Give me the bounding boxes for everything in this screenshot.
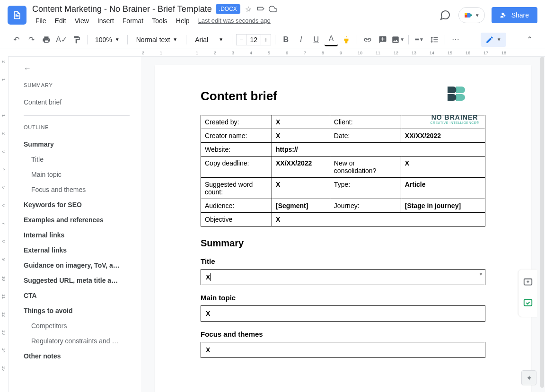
table-cell[interactable]: Journey: bbox=[330, 199, 401, 213]
outline-item[interactable]: Guidance on imagery, ToV, a… bbox=[24, 258, 130, 273]
underline-icon[interactable]: U bbox=[309, 33, 323, 46]
menu-file[interactable]: File bbox=[32, 15, 50, 26]
editing-mode[interactable]: ▼ bbox=[481, 33, 506, 47]
table-cell[interactable]: Suggested word count: bbox=[201, 178, 272, 199]
add-comment-icon[interactable] bbox=[376, 33, 389, 46]
align-icon[interactable]: ≡ ▼ bbox=[413, 33, 426, 46]
chevron-down-icon: ▼ bbox=[475, 13, 480, 18]
header: Content Marketing - No Brainer - Brief T… bbox=[0, 0, 545, 30]
table-cell[interactable]: X bbox=[401, 157, 485, 178]
meet-button[interactable]: ▼ bbox=[458, 7, 485, 23]
outline-item[interactable]: Suggested URL, meta title a… bbox=[24, 273, 130, 288]
bold-icon[interactable]: B bbox=[279, 33, 292, 46]
table-cell[interactable]: Client: bbox=[330, 115, 401, 129]
summary-item[interactable]: Content brief bbox=[24, 95, 130, 110]
suggest-edit-icon[interactable] bbox=[519, 294, 537, 313]
hide-menus-icon[interactable]: ⌃ bbox=[524, 34, 536, 45]
table-cell[interactable]: XX/XX/2022 bbox=[272, 157, 330, 178]
document-title[interactable]: Content Marketing - No Brainer - Brief T… bbox=[32, 4, 212, 14]
outline-item[interactable]: Title bbox=[24, 152, 130, 167]
image-icon[interactable]: ▼ bbox=[391, 33, 404, 46]
font-size-decrease[interactable]: − bbox=[236, 34, 246, 45]
table-cell[interactable]: X bbox=[272, 129, 330, 143]
outline-item[interactable]: Main topic bbox=[24, 167, 130, 182]
horizontal-ruler[interactable]: 21123456789101112131415161718 bbox=[0, 49, 545, 57]
outline-item[interactable]: CTA bbox=[24, 288, 130, 303]
outline-item[interactable]: Internal links bbox=[24, 227, 130, 243]
scrollbar[interactable] bbox=[540, 57, 544, 388]
menu-edit[interactable]: Edit bbox=[52, 15, 70, 26]
table-cell[interactable]: Date: bbox=[330, 129, 401, 143]
maintopic-field[interactable]: X bbox=[201, 305, 485, 322]
outline-close-icon[interactable]: ← bbox=[24, 64, 130, 73]
table-cell[interactable]: https:// bbox=[272, 143, 485, 157]
table-cell[interactable]: X bbox=[272, 213, 485, 226]
table-cell[interactable]: [Segment] bbox=[272, 199, 330, 213]
table-cell[interactable]: Article bbox=[401, 178, 485, 199]
text-color-icon[interactable]: A bbox=[325, 33, 338, 46]
table-cell[interactable]: Copy deadline: bbox=[201, 157, 272, 178]
outline-item[interactable]: Other notes bbox=[24, 348, 130, 364]
page[interactable]: NO BRAINER CREATIVE INTELLIGENCE® Conten… bbox=[155, 65, 531, 392]
table-cell[interactable]: Type: bbox=[330, 178, 401, 199]
table-cell[interactable]: Audience: bbox=[201, 199, 272, 213]
font-size-increase[interactable]: + bbox=[261, 34, 271, 45]
menu-help[interactable]: Help bbox=[173, 15, 193, 26]
cloud-icon[interactable] bbox=[269, 5, 277, 13]
company-logo: NO BRAINER CREATIVE INTELLIGENCE® bbox=[424, 84, 485, 124]
outline-item[interactable]: Summary bbox=[24, 137, 130, 152]
italic-icon[interactable]: I bbox=[294, 33, 308, 46]
star-icon[interactable]: ☆ bbox=[244, 5, 253, 13]
outline-item[interactable]: Examples and references bbox=[24, 212, 130, 227]
table-cell[interactable]: New or consolidation? bbox=[330, 157, 401, 178]
table-cell[interactable]: XX/XX/2022 bbox=[401, 129, 485, 143]
table-cell[interactable]: X bbox=[272, 178, 330, 199]
last-edit[interactable]: Last edit was seconds ago bbox=[195, 15, 274, 26]
link-icon[interactable] bbox=[361, 33, 374, 46]
docs-logo[interactable] bbox=[8, 6, 26, 25]
outline-item[interactable]: External links bbox=[24, 243, 130, 258]
table-cell[interactable]: Website: bbox=[201, 143, 272, 157]
zoom-select[interactable]: 100% ▼ bbox=[91, 34, 123, 45]
focus-field[interactable]: X bbox=[201, 342, 485, 358]
table-cell[interactable]: Creator name: bbox=[201, 129, 272, 143]
table-cell[interactable]: X bbox=[272, 115, 330, 129]
font-size-input[interactable] bbox=[246, 34, 261, 45]
vertical-ruler[interactable]: 21123456789101112131415 bbox=[0, 56, 9, 392]
menu-insert[interactable]: Insert bbox=[94, 15, 117, 26]
document-area[interactable]: NO BRAINER CREATIVE INTELLIGENCE® Conten… bbox=[141, 57, 545, 392]
title-heading: Title bbox=[201, 257, 485, 265]
outline-item[interactable]: Focus and themes bbox=[24, 182, 130, 197]
table-cell[interactable]: Objective bbox=[201, 213, 272, 226]
share-button[interactable]: Share bbox=[492, 7, 537, 23]
more-icon[interactable]: ⋯ bbox=[449, 33, 462, 46]
print-icon[interactable] bbox=[40, 33, 53, 46]
font-select[interactable]: Arial ▼ bbox=[190, 34, 228, 45]
add-comment-rail-icon[interactable] bbox=[519, 273, 537, 292]
menu-format[interactable]: Format bbox=[119, 15, 147, 26]
info-table[interactable]: Created by:XClient:Creator name:XDate:XX… bbox=[201, 115, 485, 226]
redo-icon[interactable]: ↷ bbox=[25, 33, 38, 46]
line-spacing-icon[interactable] bbox=[428, 33, 441, 46]
undo-icon[interactable]: ↶ bbox=[9, 33, 23, 46]
spellcheck-icon[interactable]: A✓ bbox=[55, 33, 68, 46]
paint-format-icon[interactable] bbox=[70, 33, 83, 46]
menu-tools[interactable]: Tools bbox=[149, 15, 171, 26]
outline-item[interactable]: Keywords for SEO bbox=[24, 197, 130, 212]
table-cell[interactable]: [Stage in journey] bbox=[401, 199, 485, 213]
move-icon[interactable] bbox=[256, 5, 265, 13]
menu-view[interactable]: View bbox=[71, 15, 92, 26]
outline-item[interactable]: Things to avoid bbox=[24, 303, 130, 318]
comment-history-icon[interactable] bbox=[439, 9, 452, 22]
toolbar: ↶ ↷ A✓ 100% ▼ Normal text ▼ Arial ▼ − + … bbox=[0, 30, 545, 49]
meet-icon bbox=[464, 10, 473, 20]
svg-rect-1 bbox=[524, 300, 532, 306]
highlight-icon[interactable] bbox=[340, 33, 353, 46]
style-select[interactable]: Normal text ▼ bbox=[132, 34, 182, 45]
title-field[interactable]: X▾ bbox=[201, 269, 485, 285]
explore-button[interactable]: ✦ bbox=[521, 370, 536, 385]
outline-label: OUTLINE bbox=[24, 124, 130, 130]
outline-item[interactable]: Competitors bbox=[24, 318, 130, 333]
outline-item[interactable]: Regulatory constraints and … bbox=[24, 333, 130, 348]
table-cell[interactable]: Created by: bbox=[201, 115, 272, 129]
